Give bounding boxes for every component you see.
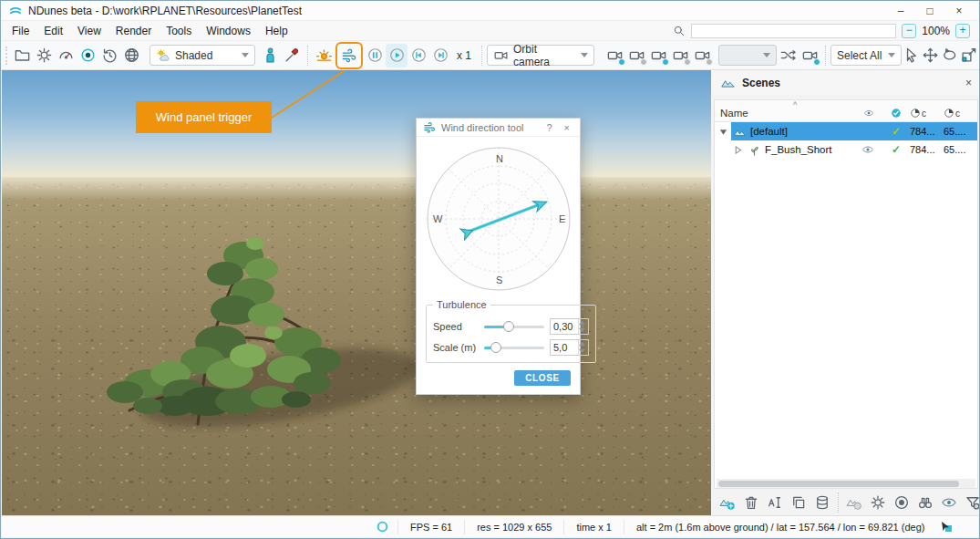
- viewport-3d[interactable]: [2, 70, 711, 516]
- scrollbar-thumb[interactable]: [718, 481, 959, 487]
- database-button[interactable]: [812, 492, 832, 513]
- spin-up-icon[interactable]: [579, 319, 585, 327]
- scale-tool-button[interactable]: [959, 44, 978, 67]
- open-button[interactable]: [11, 44, 33, 67]
- scenes-icon: [720, 75, 736, 90]
- delete-button[interactable]: [741, 492, 761, 513]
- count-icon: [910, 108, 921, 119]
- step-forward-icon: [432, 47, 449, 64]
- eye-icon: [861, 143, 874, 156]
- spin-arrows[interactable]: [578, 319, 588, 334]
- scenes-close-icon[interactable]: ×: [965, 77, 972, 89]
- step-forward-button[interactable]: [429, 44, 451, 67]
- column-enabled[interactable]: [882, 108, 910, 121]
- scenes-toolbar: »: [712, 489, 980, 516]
- column-name[interactable]: Name: [715, 108, 855, 121]
- history-button[interactable]: [98, 44, 120, 67]
- column-count-1[interactable]: c: [910, 108, 944, 121]
- enabled-cell[interactable]: ✓: [882, 143, 910, 156]
- speed-value[interactable]: [551, 319, 578, 334]
- spin-up-icon[interactable]: [579, 340, 585, 347]
- minimize-button[interactable]: –: [888, 3, 913, 19]
- tree-row-default[interactable]: [default] ✓ 784... 65....: [715, 122, 977, 140]
- spin-arrows[interactable]: [578, 340, 588, 355]
- scene-tree: ^ Name c c [default] ✓ 784... 65....: [714, 99, 978, 489]
- horizontal-scrollbar[interactable]: [717, 479, 975, 488]
- column-count-2[interactable]: c: [944, 108, 977, 121]
- select-mode-select[interactable]: Select All: [830, 45, 902, 66]
- menu-view[interactable]: View: [70, 25, 108, 37]
- column-visibility[interactable]: [855, 108, 882, 121]
- sun-tool-button[interactable]: [313, 44, 335, 67]
- expander-icon[interactable]: [715, 128, 731, 136]
- scene-proxy-button[interactable]: [844, 492, 864, 513]
- help-button[interactable]: ?: [542, 122, 555, 133]
- camera-mode-select[interactable]: Orbit camera: [487, 45, 594, 66]
- pointer-icon: [903, 47, 920, 64]
- find-button[interactable]: [915, 492, 935, 513]
- render-mode-select[interactable]: Shaded: [150, 45, 255, 66]
- rename-button[interactable]: [765, 492, 785, 513]
- speed-spinbox[interactable]: [550, 318, 589, 335]
- pointer-tool-button[interactable]: [902, 44, 921, 67]
- picker-button[interactable]: [281, 44, 303, 67]
- move-tool-button[interactable]: [921, 44, 940, 67]
- count-abbr: c: [955, 109, 960, 119]
- avatar-button[interactable]: [259, 44, 281, 67]
- spin-down-icon[interactable]: [579, 327, 585, 334]
- wind-tool-button[interactable]: [338, 44, 360, 67]
- menu-windows[interactable]: Windows: [199, 25, 258, 37]
- search-input[interactable]: [691, 24, 896, 38]
- camera-play-button[interactable]: [647, 44, 669, 67]
- pause-button[interactable]: [364, 44, 386, 67]
- camera-path-select[interactable]: [718, 45, 777, 66]
- scale-slider[interactable]: [484, 341, 544, 354]
- lod-button[interactable]: [963, 492, 980, 513]
- world-button[interactable]: [120, 44, 142, 67]
- camera-record-button[interactable]: [603, 44, 625, 67]
- scene-settings-button[interactable]: [868, 492, 888, 513]
- performance-button[interactable]: [55, 44, 77, 67]
- menu-edit[interactable]: Edit: [36, 25, 70, 37]
- visibility-cell[interactable]: [855, 143, 882, 156]
- scene-record-button[interactable]: [892, 492, 912, 513]
- camera-load-button[interactable]: [691, 44, 713, 67]
- dialog-close-icon[interactable]: ×: [561, 122, 573, 133]
- pick-mode-icon[interactable]: [940, 520, 953, 533]
- menu-file[interactable]: File: [5, 25, 36, 37]
- enabled-cell[interactable]: ✓: [882, 125, 910, 138]
- menu-tools[interactable]: Tools: [159, 25, 199, 37]
- dialog-header[interactable]: Wind direction tool ? ×: [417, 119, 580, 137]
- visibility-button[interactable]: [939, 492, 959, 513]
- menu-render[interactable]: Render: [108, 25, 159, 37]
- speed-slider[interactable]: [484, 320, 544, 333]
- maximize-button[interactable]: □: [917, 3, 943, 19]
- tree-empty-area[interactable]: [715, 159, 977, 479]
- spin-down-icon[interactable]: [579, 347, 585, 355]
- close-dialog-button[interactable]: CLOSE: [514, 370, 571, 386]
- scale-value[interactable]: [551, 340, 578, 355]
- camera-stop-button[interactable]: [625, 44, 647, 67]
- camera-save-button[interactable]: [669, 44, 691, 67]
- camera-capture-button[interactable]: [799, 44, 820, 67]
- duplicate-button[interactable]: [789, 492, 809, 513]
- expander-icon[interactable]: [729, 146, 746, 154]
- slider-knob[interactable]: [490, 342, 501, 353]
- step-back-button[interactable]: [407, 44, 429, 67]
- scale-spinbox[interactable]: [550, 339, 589, 356]
- settings-button[interactable]: [33, 44, 55, 67]
- rotate-tool-button[interactable]: [940, 44, 959, 67]
- close-button[interactable]: ×: [946, 3, 972, 19]
- play-button[interactable]: [386, 44, 407, 67]
- zoom-out-button[interactable]: −: [902, 24, 916, 38]
- shuffle-button[interactable]: [777, 44, 799, 67]
- menu-help[interactable]: Help: [258, 25, 295, 37]
- record-view-button[interactable]: [77, 44, 98, 67]
- slider-knob[interactable]: [503, 321, 514, 332]
- add-scene-button[interactable]: [717, 492, 738, 513]
- zoom-in-button[interactable]: +: [955, 24, 970, 38]
- tree-column-headers[interactable]: ^ Name c c: [715, 100, 977, 122]
- tree-row-bush[interactable]: F_Bush_Short ✓ 784... 65....: [715, 140, 977, 159]
- compass-west: W: [433, 213, 443, 224]
- wind-compass[interactable]: N E S W: [417, 137, 580, 295]
